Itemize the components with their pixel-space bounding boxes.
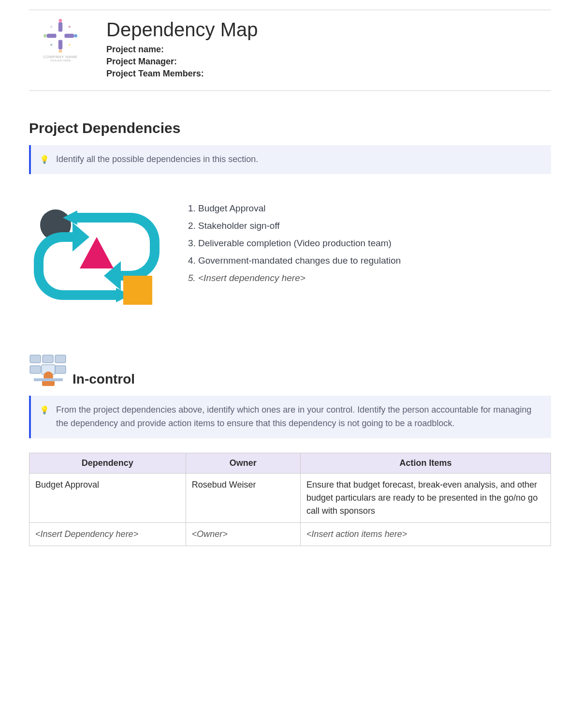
th-action: Action Items (301, 453, 551, 473)
svg-point-7 (44, 34, 47, 38)
header-text: Dependency Map Project name: Project Man… (106, 19, 258, 81)
list-item-placeholder: <Insert dependency here> (198, 273, 401, 283)
table-row-placeholder: <Insert Dependency here> <Owner> <Insert… (29, 522, 551, 546)
list-item: Budget Approval (198, 203, 401, 214)
header-divider (29, 90, 551, 91)
meta-project-manager: Project Manager: (106, 57, 258, 67)
svg-point-1 (59, 19, 62, 22)
svg-rect-18 (43, 355, 53, 363)
cell-owner: Rosebud Weiser (186, 473, 300, 522)
callout-in-control: 💡 From the project dependencies above, i… (29, 396, 551, 438)
cell-action: Ensure that budget forecast, break-even … (301, 473, 551, 522)
process-diagram-icon (29, 203, 164, 310)
list-item: Deliverable completion (Video production… (198, 238, 401, 249)
section-in-control-header: In-control (29, 353, 551, 387)
svg-point-10 (50, 44, 53, 46)
svg-rect-16 (123, 276, 152, 305)
svg-point-3 (74, 34, 77, 38)
svg-rect-2 (64, 34, 74, 38)
svg-point-8 (68, 25, 71, 28)
svg-marker-15 (80, 237, 114, 268)
svg-point-11 (50, 25, 53, 28)
svg-rect-0 (58, 22, 62, 32)
cell-action: <Insert action items here> (301, 522, 551, 546)
lightbulb-icon: 💡 (40, 404, 49, 416)
svg-rect-6 (47, 34, 57, 38)
svg-rect-19 (55, 355, 66, 363)
list-item: Stakeholder sign-off (198, 221, 401, 231)
svg-point-5 (59, 49, 62, 53)
section-in-control-title: In-control (72, 371, 135, 387)
callout-text: Identify all the possible dependencies i… (56, 153, 258, 166)
meta-project-name: Project name: (106, 45, 258, 55)
logo-icon (44, 19, 77, 53)
cell-dependency: Budget Approval (29, 473, 186, 522)
meta-team-members: Project Team Members: (106, 69, 258, 79)
svg-point-9 (68, 44, 71, 46)
in-control-table: Dependency Owner Action Items Budget App… (29, 453, 551, 546)
lightbulb-icon: 💡 (40, 154, 49, 166)
table-row: Budget Approval Rosebud Weiser Ensure th… (29, 473, 551, 522)
logo-subcaption: TAGLINE HERE (50, 59, 71, 62)
svg-rect-17 (30, 355, 41, 363)
top-divider (29, 10, 551, 10)
callout-text: From the project dependencies above, ide… (56, 403, 542, 431)
page-title: Dependency Map (106, 19, 258, 41)
th-owner: Owner (186, 453, 300, 473)
svg-rect-20 (30, 366, 41, 373)
dependencies-row: Budget Approval Stakeholder sign-off Del… (29, 203, 551, 310)
svg-rect-21 (55, 366, 66, 373)
company-logo: COMPANY NAME TAGLINE HERE (29, 19, 92, 62)
dependencies-list: Budget Approval Stakeholder sign-off Del… (184, 203, 401, 290)
callout-dependencies: 💡 Identify all the possible dependencies… (29, 145, 551, 174)
list-item: Government-mandated changes due to regul… (198, 255, 401, 266)
control-panel-icon (29, 353, 68, 387)
svg-rect-25 (34, 378, 63, 381)
svg-rect-4 (58, 40, 62, 49)
th-dependency: Dependency (29, 453, 186, 473)
table-header-row: Dependency Owner Action Items (29, 453, 551, 473)
document-header: COMPANY NAME TAGLINE HERE Dependency Map… (29, 19, 551, 81)
logo-caption: COMPANY NAME (43, 55, 77, 59)
section-dependencies-title: Project Dependencies (29, 120, 551, 136)
cell-dependency: <Insert Dependency here> (29, 522, 186, 546)
cell-owner: <Owner> (186, 522, 300, 546)
